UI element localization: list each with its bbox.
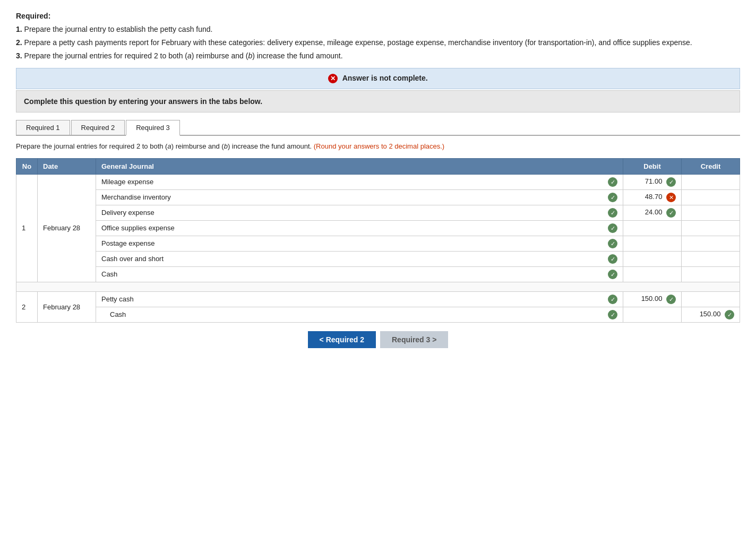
entry-date-2: February 28	[38, 291, 96, 322]
required-item-1: 1. Prepare the journal entry to establis…	[16, 24, 740, 35]
credit-cell	[682, 291, 740, 307]
x-icon: ✕	[328, 74, 338, 83]
journal-table: No Date General Journal Debit Credit 1 F…	[16, 158, 740, 323]
table-row: Cash ✓ 150.00 ✓	[16, 307, 740, 322]
debit-cell: 150.00 ✓	[623, 291, 682, 307]
debit-cell: 24.00 ✓	[623, 205, 682, 220]
check-icon-green: ✓	[608, 295, 617, 304]
tab-note: (Round your answers to 2 decimal places.…	[314, 142, 444, 150]
debit-cell	[623, 251, 682, 266]
check-icon-green: ✓	[608, 270, 617, 279]
debit-cell	[623, 236, 682, 251]
check-icon-green: ✓	[608, 177, 617, 187]
journal-entry: Mileage expense ✓	[96, 174, 623, 189]
tab-description: Prepare the journal entries for required…	[16, 141, 740, 152]
col-header-date: Date	[38, 158, 96, 174]
next-button[interactable]: Required 3 >	[380, 331, 448, 348]
check-icon-green: ✓	[608, 193, 617, 202]
journal-entry: Cash over and short ✓	[96, 251, 623, 266]
debit-check-red: ✕	[666, 193, 676, 202]
check-icon-green: ✓	[608, 310, 617, 319]
tab-required-2[interactable]: Required 2	[71, 120, 125, 135]
col-header-journal: General Journal	[96, 158, 623, 174]
required-item-3: 3. Prepare the journal entries for requi…	[16, 50, 740, 62]
table-row: Delivery expense ✓ 24.00 ✓	[16, 205, 740, 220]
entry-no-2: 2	[16, 291, 38, 322]
journal-entry: Office supplies expense ✓	[96, 220, 623, 236]
credit-cell	[682, 174, 740, 189]
check-icon-green: ✓	[608, 239, 617, 248]
tab-required-3[interactable]: Required 3	[126, 120, 180, 136]
required-item-2: 2. Prepare a petty cash payments report …	[16, 37, 740, 48]
debit-cell	[623, 307, 682, 322]
credit-cell	[682, 266, 740, 282]
entry-no-1: 1	[16, 174, 38, 282]
col-header-debit: Debit	[623, 158, 682, 174]
tab-required-1[interactable]: Required 1	[16, 120, 70, 135]
table-row: Postage expense ✓	[16, 236, 740, 251]
journal-entry: Cash ✓	[96, 266, 623, 282]
debit-check-green: ✓	[666, 208, 676, 218]
check-icon-green: ✓	[608, 223, 617, 233]
table-row: Cash ✓	[16, 266, 740, 282]
tabs-row: Required 1 Required 2 Required 3	[16, 120, 740, 136]
required-header: Required: 1. Prepare the journal entry t…	[16, 11, 740, 62]
required-title: Required:	[16, 12, 50, 20]
col-header-credit: Credit	[682, 158, 740, 174]
debit-cell: 71.00 ✓	[623, 174, 682, 189]
complete-banner: Complete this question by entering your …	[16, 90, 740, 113]
bottom-nav: < Required 2 Required 3 >	[16, 331, 740, 348]
credit-cell	[682, 220, 740, 236]
table-row: Office supplies expense ✓	[16, 220, 740, 236]
debit-cell	[623, 220, 682, 236]
table-row: 1 February 28 Mileage expense ✓ 71.00 ✓	[16, 174, 740, 189]
table-row: 2 February 28 Petty cash ✓ 150.00 ✓	[16, 291, 740, 307]
answer-banner: ✕ Answer is not complete.	[16, 68, 740, 89]
answer-banner-text: Answer is not complete.	[342, 74, 428, 82]
debit-check-green: ✓	[666, 177, 676, 187]
complete-banner-text: Complete this question by entering your …	[24, 97, 262, 106]
debit-cell: 48.70 ✕	[623, 189, 682, 205]
spacer-row	[16, 282, 740, 291]
table-row: Cash over and short ✓	[16, 251, 740, 266]
credit-cell	[682, 205, 740, 220]
check-icon-green: ✓	[608, 254, 617, 264]
debit-cell	[623, 266, 682, 282]
credit-cell: 150.00 ✓	[682, 307, 740, 322]
journal-entry: Merchandise inventory ✓	[96, 189, 623, 205]
debit-check-green: ✓	[666, 295, 676, 304]
col-header-no: No	[16, 158, 38, 174]
prev-button[interactable]: < Required 2	[308, 331, 376, 348]
credit-check-green: ✓	[725, 310, 734, 319]
credit-cell	[682, 251, 740, 266]
credit-cell	[682, 236, 740, 251]
journal-entry: Postage expense ✓	[96, 236, 623, 251]
journal-entry: Cash ✓	[96, 307, 623, 322]
table-row: Merchandise inventory ✓ 48.70 ✕	[16, 189, 740, 205]
check-icon-green: ✓	[608, 208, 617, 218]
journal-entry: Petty cash ✓	[96, 291, 623, 307]
journal-entry: Delivery expense ✓	[96, 205, 623, 220]
entry-date-1: February 28	[38, 174, 96, 282]
credit-cell	[682, 189, 740, 205]
